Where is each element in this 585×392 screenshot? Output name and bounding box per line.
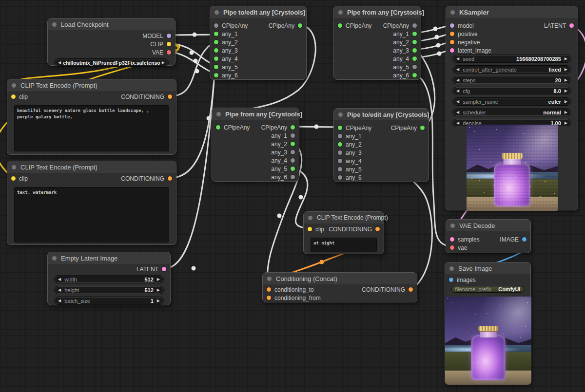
right-arrow-icon[interactable]: ▶: [565, 68, 567, 72]
output-dot-CLIP[interactable]: [167, 42, 171, 46]
node-title-bar[interactable]: CLIP Text Encode (Prompt): [7, 161, 176, 173]
input-port-any_4[interactable]: any_4: [210, 56, 238, 62]
output-dot-LATENT[interactable]: [162, 267, 166, 271]
output-dot-CPipeAny[interactable]: [412, 23, 417, 28]
node-vae-decode[interactable]: VAE Decode samplesIMAGEvae: [446, 219, 531, 253]
input-dot-any_3[interactable]: [214, 48, 218, 53]
output-dot-any_3[interactable]: [412, 48, 417, 53]
input-port-latent_image[interactable]: latent_image: [446, 47, 491, 54]
collapse-dot[interactable]: [52, 22, 57, 27]
input-dot-conditioning_to[interactable]: [267, 287, 271, 292]
collapse-dot[interactable]: [214, 10, 219, 15]
left-arrow-icon[interactable]: ◀: [58, 278, 61, 281]
input-dot-any_1[interactable]: [214, 32, 218, 36]
input-port-images[interactable]: images: [445, 277, 476, 283]
output-dot-any_3[interactable]: [291, 150, 295, 154]
right-arrow-icon[interactable]: ▶: [157, 278, 160, 281]
output-port-any_5[interactable]: any_5: [393, 64, 421, 71]
node-conditioning-concat[interactable]: Conditioning (Concat) conditioning_toCON…: [262, 272, 417, 302]
input-dot-any_5[interactable]: [214, 65, 218, 69]
right-arrow-icon[interactable]: ▶: [157, 288, 160, 292]
node-load-checkpoint[interactable]: Load Checkpoint MODELCLIPVAE◀chilloutmix…: [47, 18, 176, 66]
input-port-any_6[interactable]: any_6: [334, 174, 362, 181]
output-port-any_2[interactable]: any_2: [271, 141, 299, 148]
input-dot-conditioning_from[interactable]: [267, 296, 271, 300]
widget-width[interactable]: ◀width512▶: [54, 275, 164, 283]
right-arrow-icon[interactable]: ▶: [157, 299, 160, 303]
right-arrow-icon[interactable]: ▶: [565, 100, 567, 104]
input-dot-positive[interactable]: [450, 32, 454, 36]
widget-seed[interactable]: ◀seed156680208700285▶: [452, 55, 571, 63]
input-port-clip[interactable]: clip: [304, 226, 324, 233]
input-port-CPipeAny[interactable]: CPipeAny: [210, 22, 248, 29]
input-dot-vae[interactable]: [450, 245, 454, 250]
input-dot-model[interactable]: [450, 23, 454, 28]
node-title-bar[interactable]: Pipe from any [Crystools]: [334, 6, 421, 18]
output-port-any_1[interactable]: any_1: [393, 31, 421, 37]
output-dot-CONDITIONING[interactable]: [168, 94, 172, 99]
output-port-CLIP[interactable]: CLIP: [150, 41, 175, 48]
widget-height[interactable]: ◀height512▶: [54, 286, 164, 294]
widget-batch_size[interactable]: ◀batch_size1▶: [54, 297, 164, 305]
widget-scheduler[interactable]: ◀schedulernormal▶: [452, 108, 571, 116]
node-title-bar[interactable]: VAE Decode: [446, 220, 530, 231]
output-dot-any_4[interactable]: [291, 158, 295, 163]
prompt-textarea[interactable]: at night: [311, 238, 377, 252]
right-arrow-icon[interactable]: ▶: [565, 57, 567, 61]
output-port-CPipeAny[interactable]: CPipeAny: [391, 125, 429, 131]
input-dot-latent_image[interactable]: [450, 48, 454, 53]
collapse-dot[interactable]: [267, 277, 272, 281]
input-port-negative[interactable]: negative: [446, 39, 480, 46]
collapse-dot[interactable]: [216, 112, 221, 116]
left-arrow-icon[interactable]: ◀: [456, 121, 459, 125]
output-port-IMAGE[interactable]: IMAGE: [500, 236, 530, 243]
output-dot-CONDITIONING[interactable]: [375, 227, 380, 231]
input-port-samples[interactable]: samples: [446, 236, 480, 243]
prompt-textarea[interactable]: beautiful scenery nature glass bottle la…: [14, 105, 169, 151]
input-dot-clip[interactable]: [11, 176, 16, 181]
output-dot-any_4[interactable]: [412, 56, 417, 61]
right-arrow-icon[interactable]: ▶: [565, 78, 567, 82]
collapse-dot[interactable]: [12, 165, 16, 169]
input-port-any_5[interactable]: any_5: [334, 166, 362, 173]
input-dot-any_3[interactable]: [338, 150, 342, 155]
output-dot-CONDITIONING[interactable]: [168, 176, 172, 181]
output-port-any_1[interactable]: any_1: [271, 132, 299, 139]
widget-control_after_generate[interactable]: ◀control_after_generatefixed▶: [452, 65, 571, 74]
input-port-CPipeAny[interactable]: CPipeAny: [334, 125, 371, 131]
collapse-dot[interactable]: [308, 216, 312, 220]
widget-sampler_name[interactable]: ◀sampler_nameeuler▶: [452, 97, 571, 106]
input-port-CPipeAny[interactable]: CPipeAny: [212, 124, 250, 131]
input-dot-any_2[interactable]: [214, 40, 218, 44]
collapse-dot[interactable]: [338, 10, 343, 15]
left-arrow-icon[interactable]: ◀: [58, 61, 61, 65]
node-title-bar[interactable]: Save Image: [445, 262, 530, 274]
node-title-bar[interactable]: CLIP Text Encode (Prompt): [304, 212, 384, 224]
node-pipe-from-any-top[interactable]: Pipe from any [Crystools] CPipeAnyCPipeA…: [333, 6, 421, 80]
input-port-any_3[interactable]: any_3: [334, 149, 362, 156]
output-dot-CONDITIONING[interactable]: [409, 287, 413, 292]
output-port-CPipeAny[interactable]: CPipeAny: [269, 22, 306, 29]
output-port-MODEL[interactable]: MODEL: [142, 33, 175, 39]
output-dot-CPipeAny[interactable]: [291, 125, 295, 130]
input-port-any_4[interactable]: any_4: [334, 158, 362, 165]
node-title-bar[interactable]: Conditioning (Concat): [263, 273, 417, 284]
node-save-image[interactable]: Save Image imagesfilename_prefixComfyUI: [445, 262, 531, 385]
input-dot-CPipeAny[interactable]: [338, 126, 342, 130]
output-port-CONDITIONING[interactable]: CONDITIONING: [362, 286, 417, 293]
output-dot-MODEL[interactable]: [167, 34, 171, 38]
output-dot-IMAGE[interactable]: [522, 237, 526, 242]
output-port-CONDITIONING[interactable]: CONDITIONING: [121, 175, 176, 182]
left-arrow-icon[interactable]: ◀: [456, 100, 459, 104]
input-dot-negative[interactable]: [450, 40, 454, 44]
input-dot-any_4[interactable]: [214, 56, 218, 61]
collapse-dot[interactable]: [449, 266, 454, 271]
input-port-positive[interactable]: positive: [446, 31, 478, 37]
output-port-CONDITIONING[interactable]: CONDITIONING: [121, 93, 176, 100]
node-title-bar[interactable]: Pipe to/edit any [Crystools]: [210, 6, 306, 18]
output-port-any_3[interactable]: any_3: [393, 47, 421, 54]
input-port-conditioning_from[interactable]: conditioning_from: [263, 295, 321, 301]
output-dot-VAE[interactable]: [167, 50, 171, 55]
input-dot-images[interactable]: [449, 278, 453, 282]
input-port-CPipeAny[interactable]: CPipeAny: [334, 22, 371, 29]
